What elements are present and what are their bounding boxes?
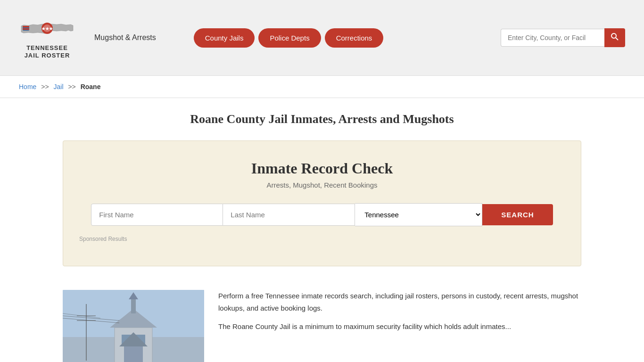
breadcrumb-bar: Home >> Jail >> Roane	[0, 75, 644, 98]
breadcrumb-sep2: >>	[68, 83, 75, 90]
breadcrumb: Home >> Jail >> Roane	[19, 83, 100, 90]
inmate-search-form: Tennessee Alabama Georgia Kentucky Missi…	[77, 203, 567, 226]
description-para1: Perform a free Tennessee inmate records …	[218, 290, 581, 314]
svg-rect-14	[131, 299, 136, 313]
svg-point-6	[611, 33, 616, 38]
tennessee-logo-svg: ★★★	[19, 16, 75, 42]
description-area: Perform a free Tennessee inmate records …	[218, 290, 581, 362]
jail-image	[63, 290, 204, 362]
header-search-button[interactable]	[604, 28, 625, 47]
lower-content: Perform a free Tennessee inmate records …	[63, 285, 581, 362]
sponsored-label: Sponsored Results	[77, 236, 567, 242]
site-header: ★★★ TENNESSEE JAIL ROSTER Mugshot & Arre…	[0, 0, 644, 75]
header-search	[501, 28, 625, 47]
record-check-subtitle: Arrests, Mugshot, Recent Bookings	[77, 181, 567, 189]
svg-rect-12	[115, 328, 152, 362]
mugshot-arrests-link[interactable]: Mugshot & Arrests	[94, 33, 156, 42]
svg-text:★★★: ★★★	[41, 26, 53, 31]
svg-rect-5	[23, 28, 29, 30]
first-name-input[interactable]	[91, 204, 223, 226]
page-title: Roane County Jail Inmates, Arrests and M…	[19, 112, 625, 126]
svg-rect-17	[136, 335, 145, 346]
breadcrumb-jail[interactable]: Jail	[54, 83, 64, 90]
description-para2: The Roane County Jail is a minimum to ma…	[218, 321, 581, 333]
header-search-input[interactable]	[501, 29, 604, 47]
county-jails-button[interactable]: County Jails	[194, 28, 255, 48]
breadcrumb-home[interactable]: Home	[19, 83, 36, 90]
inmate-search-button[interactable]: SEARCH	[482, 204, 553, 225]
svg-rect-4	[23, 26, 29, 27]
state-select[interactable]: Tennessee Alabama Georgia Kentucky Missi…	[355, 203, 482, 226]
search-icon	[611, 33, 619, 41]
svg-rect-9	[63, 337, 204, 362]
breadcrumb-current: Roane	[81, 83, 101, 90]
record-check-box: Inmate Record Check Arrests, Mugshot, Re…	[63, 140, 581, 266]
breadcrumb-sep1: >>	[41, 83, 49, 90]
jail-building-svg	[63, 290, 204, 362]
record-check-heading: Inmate Record Check	[77, 160, 567, 177]
corrections-button[interactable]: Corrections	[325, 28, 384, 48]
svg-rect-16	[122, 335, 131, 346]
site-logo[interactable]: ★★★ TENNESSEE JAIL ROSTER	[19, 16, 75, 59]
logo-text: TENNESSEE JAIL ROSTER	[25, 44, 70, 59]
main-content: Roane County Jail Inmates, Arrests and M…	[0, 98, 644, 362]
svg-rect-18	[126, 358, 140, 362]
police-depts-button[interactable]: Police Depts	[258, 28, 321, 48]
nav-buttons: County Jails Police Depts Corrections	[194, 28, 384, 48]
svg-line-7	[616, 38, 618, 40]
last-name-input[interactable]	[223, 204, 355, 226]
